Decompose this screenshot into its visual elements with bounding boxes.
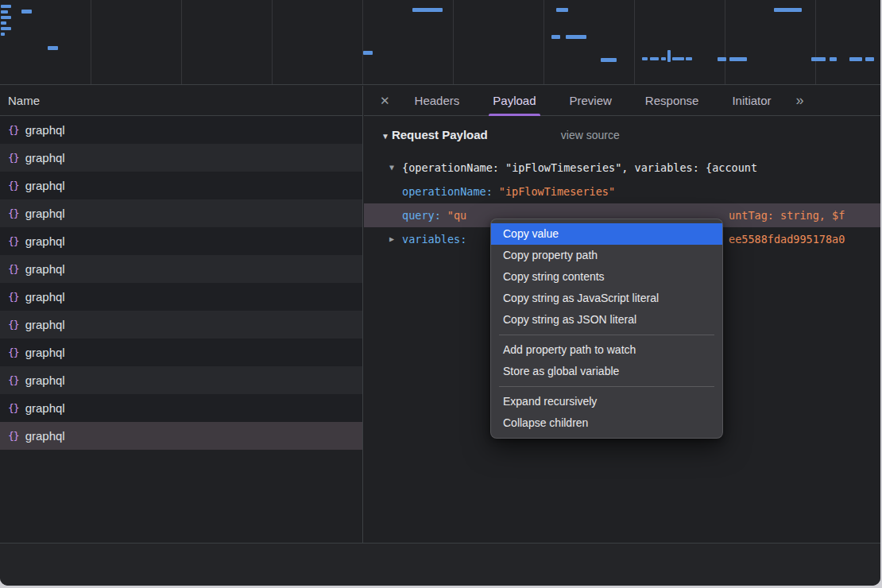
timeline-activity-bar [718,57,726,61]
timeline-activity-bar [774,8,802,12]
context-menu: Copy valueCopy property pathCopy string … [490,219,723,439]
timeline-activity-bar [667,50,671,62]
chevron-double-right-icon[interactable]: » [796,92,804,109]
property-value: "ipFlowTimeseries" [499,185,615,198]
request-row[interactable]: {}graphql [0,394,362,422]
timeline-activity-bar [566,35,586,39]
timeline-activity-bar [21,10,32,14]
timeline-gridline [634,0,635,84]
requests-panel: Name {}graphql{}graphql{}graphql{}graphq… [0,86,363,543]
menu-item-copy-string-as-json-literal[interactable]: Copy string as JSON literal [491,309,722,331]
json-braces-icon: {} [8,124,19,136]
timeline-gridline [725,0,725,84]
timeline-activity-bar [601,58,617,62]
request-row[interactable]: {}graphql [0,366,362,394]
timeline-activity-bar [1,10,8,14]
timeline-activity-bar [1,27,11,30]
timeline-activity-bar [1,16,11,19]
tab-payload[interactable]: Payload [493,86,536,116]
triangle-down-icon[interactable]: ▼ [389,156,394,180]
menu-item-copy-string-as-javascript-literal[interactable]: Copy string as JavaScript literal [491,288,722,309]
timeline-activity-bar [661,57,666,60]
json-braces-icon: {} [8,319,19,331]
menu-item-collapse-children[interactable]: Collapse children [491,412,722,434]
json-braces-icon: {} [8,291,19,303]
menu-item-add-property-path-to-watch[interactable]: Add property path to watch [491,339,722,361]
payload-row-operation-name[interactable]: operationName:"ipFlowTimeseries" [364,180,880,203]
request-name: graphql [25,234,65,248]
request-name: graphql [25,123,65,137]
request-name: graphql [25,151,65,164]
request-row[interactable]: {}graphql [0,422,362,450]
timeline-activity-bar [830,57,837,61]
menu-separator [499,335,714,335]
request-list: {}graphql{}graphql{}graphql{}graphql{}gr… [0,116,362,450]
timeline-gridline [91,0,91,84]
request-row[interactable]: {}graphql [0,311,362,338]
request-name: graphql [25,290,65,304]
tab-preview[interactable]: Preview [570,86,612,116]
timeline-gridline [544,0,544,84]
timeline-activity-bar [551,35,560,39]
json-braces-icon: {} [8,180,19,191]
request-row[interactable]: {}graphql [0,338,362,366]
timeline-gridline [362,0,363,84]
timeline-gridline [272,0,273,84]
request-name: graphql [25,373,65,387]
menu-item-copy-value[interactable]: Copy value [491,223,722,245]
timeline-activity-bar [686,57,692,60]
request-row[interactable]: {}graphql [0,116,362,144]
json-braces-icon: {} [8,235,19,247]
timeline-activity-bar [865,57,874,61]
request-name: graphql [25,401,65,415]
timeline-activity-bar [363,51,373,55]
menu-item-expand-recursively[interactable]: Expand recursively [491,391,722,412]
triangle-right-icon[interactable]: ▶ [389,227,394,251]
timeline-gridline [181,0,182,84]
property-value: "qu [447,209,466,222]
triangle-down-icon[interactable]: ▼ [381,132,389,141]
json-braces-icon: {} [8,402,19,414]
devtools-window: Name {}graphql{}graphql{}graphql{}graphq… [0,0,880,586]
request-name: graphql [25,179,65,192]
json-braces-icon: {} [8,346,19,358]
request-row[interactable]: {}graphql [0,172,362,199]
menu-item-copy-property-path[interactable]: Copy property path [491,245,722,266]
request-name: graphql [25,262,65,276]
request-row[interactable]: {}graphql [0,144,362,172]
property-key: operationName: [402,185,493,198]
timeline-activity-bar [1,33,5,36]
json-braces-icon: {} [8,374,19,386]
close-icon[interactable]: ✕ [380,94,390,108]
request-row[interactable]: {}graphql [0,255,362,283]
property-key: query: [402,209,441,222]
tab-response[interactable]: Response [645,86,699,116]
request-name: graphql [25,346,65,359]
json-braces-icon: {} [8,207,19,219]
request-name: graphql [25,318,65,331]
menu-item-copy-string-contents[interactable]: Copy string contents [491,266,722,288]
request-row[interactable]: {}graphql [0,199,362,227]
view-source-link[interactable]: view source [561,129,620,141]
menu-separator [499,386,714,387]
request-row[interactable]: {}graphql [0,283,362,311]
timeline-activity-bar [849,57,862,61]
timeline-activity-bar [1,5,11,8]
request-name: graphql [25,429,65,443]
section-title: Request Payload [392,128,488,141]
property-value-continued: untTag: string, $f [729,203,845,227]
tab-initiator[interactable]: Initiator [732,86,771,116]
timeline-activity-bar [556,8,568,12]
json-braces-icon: {} [8,152,19,164]
timeline-gridline [815,0,816,84]
timeline-gridline [453,0,454,84]
tab-headers[interactable]: Headers [415,86,460,116]
network-overview-timeline[interactable] [0,0,880,85]
name-column-label: Name [8,94,40,107]
payload-root-preview: {operationName: "ipFlowTimeseries", vari… [402,161,757,174]
menu-item-store-as-global-variable[interactable]: Store as global variable [491,361,722,382]
property-value-continued: ee5588fdad995178a0 [729,227,845,251]
payload-root-row[interactable]: ▼ {operationName: "ipFlowTimeseries", va… [364,156,880,180]
name-column-header[interactable]: Name [0,86,362,116]
request-row[interactable]: {}graphql [0,227,362,255]
